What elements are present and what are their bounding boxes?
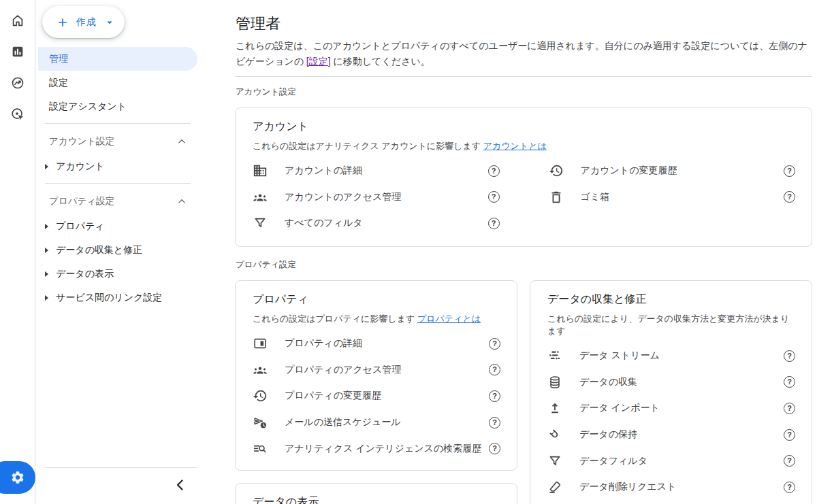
collapse-sidebar-button[interactable] <box>172 477 189 493</box>
sidebar-item-label: 設定 <box>49 77 68 89</box>
intro-after: に移動してください。 <box>331 56 430 67</box>
row-data-streams[interactable]: データ ストリーム ? <box>547 343 795 369</box>
trash-icon <box>549 190 564 205</box>
section-header-label: アカウント設定 <box>49 135 176 148</box>
help-icon[interactable]: ? <box>784 165 795 177</box>
row-scheduled-emails[interactable]: メールの送信スケジュール ? <box>253 409 500 436</box>
create-button[interactable]: 作成 <box>42 6 125 38</box>
help-icon[interactable]: ? <box>784 376 795 388</box>
property-learn-link[interactable]: プロパティとは <box>417 314 481 324</box>
help-icon[interactable]: ? <box>489 417 500 429</box>
section-header-property-settings[interactable]: プロパティ設定 <box>38 188 197 214</box>
card-title: データの表示 <box>253 495 500 504</box>
help-icon[interactable]: ? <box>488 165 500 177</box>
sidebar-item-data-collection[interactable]: データの収集と修正 <box>38 238 197 262</box>
help-icon[interactable]: ? <box>489 338 500 350</box>
magnet-icon <box>547 427 562 442</box>
expand-arrow-icon[interactable] <box>45 164 48 169</box>
help-icon[interactable]: ? <box>488 191 500 203</box>
people-icon <box>253 363 268 377</box>
sidebar-nav: 管理 設定 設定アシスタント アカウント設定 アカウント プロパティ設定 <box>38 47 197 309</box>
help-icon[interactable]: ? <box>784 191 795 203</box>
send-schedule-icon <box>253 415 268 430</box>
explore-icon[interactable] <box>10 75 25 90</box>
help-icon[interactable]: ? <box>489 443 500 454</box>
card-subtitle-text: これらの設定により、データの収集方法と変更方法が決まります <box>547 314 789 336</box>
row-data-retention[interactable]: データの保持 ? <box>547 422 795 448</box>
reports-icon[interactable] <box>10 44 25 59</box>
account-card: アカウント これらの設定はアナリティクス アカウントに影響します アカウントとは… <box>235 107 812 247</box>
row-data-import[interactable]: データ インポート ? <box>547 395 795 422</box>
section-header-account-settings[interactable]: アカウント設定 <box>38 129 197 154</box>
sidebar-item-product-links[interactable]: サービス間のリンク設定 <box>38 286 197 309</box>
expand-arrow-icon[interactable] <box>45 295 48 301</box>
left-rail <box>0 0 35 504</box>
row-label: データの収集 <box>579 376 784 388</box>
divider <box>45 123 191 124</box>
section-label-property: プロパティ設定 <box>236 259 296 271</box>
divider <box>45 467 197 468</box>
card-title: プロパティ <box>253 292 500 307</box>
row-account-access[interactable]: アカウントのアクセス管理 ? <box>253 184 500 211</box>
history-icon <box>549 163 564 178</box>
advertising-icon[interactable] <box>10 107 25 122</box>
sidebar-item-admin[interactable]: 管理 <box>38 47 197 71</box>
help-icon[interactable]: ? <box>489 364 500 375</box>
divider <box>235 76 812 77</box>
ga-admin-page: 作成 管理 設定 設定アシスタント アカウント設定 アカウント <box>0 0 817 504</box>
expand-arrow-icon[interactable] <box>45 224 48 229</box>
row-data-collection[interactable]: データの収集 ? <box>547 369 795 396</box>
row-label: データフィルタ <box>579 455 784 467</box>
sidebar-item-settings[interactable]: 設定 <box>38 71 197 95</box>
data-display-card: データの表示 <box>235 483 517 504</box>
help-icon[interactable]: ? <box>784 455 795 467</box>
row-label: ゴミ箱 <box>581 191 784 203</box>
card-subtitle-text: これらの設定はプロパティに影響します <box>253 314 417 324</box>
sidebar-item-setup-assistant[interactable]: 設定アシスタント <box>38 95 197 118</box>
card-subtitle: これらの設定はプロパティに影響します プロパティとは <box>253 313 500 325</box>
row-label: データの保持 <box>579 429 784 441</box>
expand-arrow-icon[interactable] <box>45 271 48 277</box>
chevron-left-icon <box>172 477 189 493</box>
row-account-change-history[interactable]: アカウントの変更履歴 ? <box>549 158 796 184</box>
sidebar-item-label: 管理 <box>49 53 68 65</box>
row-property-details[interactable]: プロパティの詳細 ? <box>253 331 500 357</box>
section-label-account: アカウント設定 <box>236 86 296 98</box>
home-icon[interactable] <box>10 13 25 28</box>
sidebar-item-account[interactable]: アカウント <box>38 154 197 178</box>
card-title: データの収集と修正 <box>547 292 795 307</box>
database-icon <box>547 375 562 390</box>
help-icon[interactable]: ? <box>784 350 795 362</box>
gear-icon <box>10 470 25 485</box>
row-label: データ削除リクエスト <box>579 481 784 493</box>
row-label: メールの送信スケジュール <box>285 416 489 429</box>
row-account-details[interactable]: アカウントの詳細 ? <box>253 158 500 184</box>
sidebar-item-property[interactable]: プロパティ <box>38 214 197 238</box>
sidebar-child-label: アカウント <box>56 161 105 173</box>
expand-arrow-icon[interactable] <box>45 248 48 253</box>
account-learn-link[interactable]: アカウントとは <box>483 141 547 151</box>
row-data-filters[interactable]: データフィルタ ? <box>547 448 795 474</box>
help-icon[interactable]: ? <box>784 403 795 414</box>
chevron-up-icon <box>176 195 188 207</box>
row-data-deletion-requests[interactable]: データ削除リクエスト ? <box>547 474 795 501</box>
help-icon[interactable]: ? <box>489 390 500 402</box>
help-icon[interactable]: ? <box>488 218 500 229</box>
admin-settings-button[interactable] <box>0 461 35 494</box>
row-all-filters[interactable]: すべてのフィルタ ? <box>253 210 500 237</box>
page-title: 管理者 <box>236 14 281 34</box>
row-property-change-history[interactable]: プロパティの変更履歴 ? <box>253 383 500 409</box>
help-icon[interactable]: ? <box>784 429 795 441</box>
settings-link[interactable]: [設定] <box>306 56 331 67</box>
card-subtitle-text: これらの設定はアナリティクス アカウントに影響します <box>253 141 483 151</box>
help-icon[interactable]: ? <box>784 482 795 493</box>
row-label: プロパティの変更履歴 <box>285 390 489 402</box>
divider <box>45 183 191 184</box>
row-trash-can[interactable]: ゴミ箱 ? <box>549 184 796 211</box>
sidebar-item-data-display[interactable]: データの表示 <box>38 262 197 286</box>
building-icon <box>253 163 268 178</box>
intro-text: これらの設定は、このアカウントとプロパティのすべてのユーザーに適用されます。自分… <box>236 38 813 69</box>
row-property-access[interactable]: プロパティのアクセス管理 ? <box>253 357 500 384</box>
section-header-label: プロパティ設定 <box>49 195 176 207</box>
row-intelligence-search-history[interactable]: アナリティクス インテリジェンスの検索履歴 ? <box>253 435 500 462</box>
